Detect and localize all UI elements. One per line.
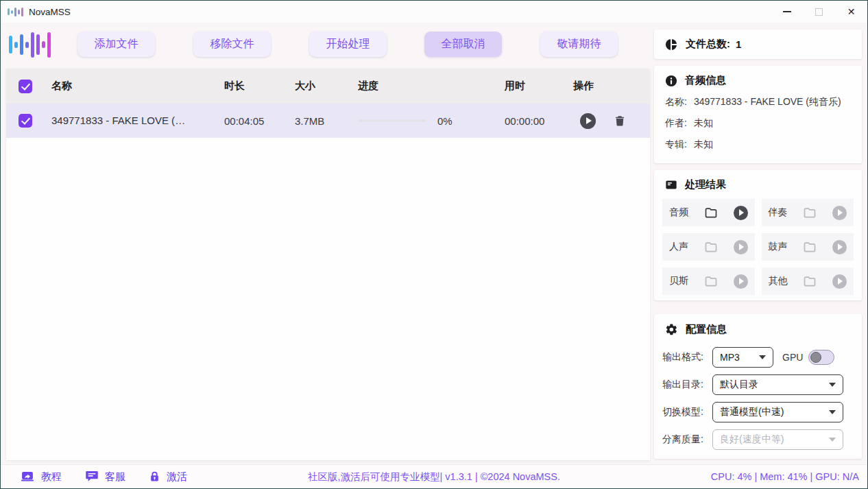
quality-select: 良好(速度中等) <box>712 429 843 450</box>
table-header-row: 名称 时长 大小 进度 用时 操作 <box>6 69 650 104</box>
quality-label: 分离质量: <box>662 433 712 446</box>
open-folder-icon[interactable] <box>703 206 719 219</box>
result-label: 人声 <box>669 241 688 253</box>
file-table: 名称 时长 大小 进度 用时 操作 349771833 - FAKE LOVE … <box>6 69 650 460</box>
progress-percent: 0% <box>437 115 453 127</box>
result-tile-audio: 音频 <box>662 199 755 226</box>
app-logo-small-icon <box>8 6 23 17</box>
chevron-down-icon <box>829 383 836 387</box>
delete-file-button[interactable] <box>614 114 626 128</box>
audio-info-title: 音频信息 <box>685 74 726 87</box>
activate-link[interactable]: 激活 <box>149 470 187 484</box>
start-processing-button[interactable]: 开始处理 <box>309 32 387 57</box>
result-label: 音频 <box>669 206 688 219</box>
file-count-label: 文件总数: <box>686 38 730 51</box>
file-count-value: 1 <box>736 38 741 50</box>
output-format-label: 输出格式: <box>662 351 712 363</box>
file-name: 349771833 - FAKE LOVE (纯音乐) <box>46 115 195 128</box>
minimize-icon <box>783 11 791 12</box>
toggle-knob <box>810 352 821 363</box>
file-count-card: 文件总数: 1 <box>654 29 862 59</box>
tutorial-icon <box>20 470 35 484</box>
file-size: 3.7MB <box>289 115 352 127</box>
file-duration: 00:04:05 <box>219 115 289 127</box>
chevron-down-icon <box>829 410 836 414</box>
statusbar: 社区版,激活后可使用专业模型| v1.3.1 | ©2024 NovaMSS. … <box>1 464 867 488</box>
result-tile-drums: 鼓声 <box>762 233 854 261</box>
app-title: NovaMSS <box>29 7 71 17</box>
result-label: 贝斯 <box>669 275 688 287</box>
open-folder-icon[interactable] <box>703 274 719 288</box>
play-result-icon[interactable] <box>734 240 748 254</box>
play-file-button[interactable] <box>580 113 596 129</box>
play-result-icon[interactable] <box>734 274 748 289</box>
model-select[interactable]: 普通模型(中速) <box>712 402 843 422</box>
audio-artist-value: 未知 <box>694 117 713 130</box>
results-card: 处理结果 音频 伴奏 人声 鼓声 <box>654 170 862 300</box>
open-folder-icon[interactable] <box>801 206 818 219</box>
titlebar: NovaMSS ✕ <box>1 1 867 23</box>
audio-artist-label: 作者: <box>665 117 687 130</box>
cancel-all-button[interactable]: 全部取消 <box>424 32 502 57</box>
table-row[interactable]: 349771833 - FAKE LOVE (纯音乐) 00:04:05 3.7… <box>6 104 650 138</box>
pie-chart-icon <box>665 38 677 51</box>
gpu-toggle[interactable] <box>808 350 834 365</box>
result-label: 鼓声 <box>769 241 788 253</box>
chevron-down-icon <box>829 438 836 442</box>
config-card: 配置信息 输出格式: MP3 GPU 输出目录: 默认目录 切换模型: <box>654 314 862 459</box>
audio-name-label: 名称: <box>665 96 687 108</box>
play-result-icon[interactable] <box>832 240 847 254</box>
gpu-label: GPU <box>782 352 803 363</box>
close-icon: ✕ <box>847 7 856 16</box>
support-link[interactable]: 客服 <box>85 470 125 484</box>
select-all-checkbox[interactable] <box>19 80 32 93</box>
model-value: 普通模型(中速) <box>720 406 784 418</box>
remove-files-button[interactable]: 移除文件 <box>193 32 271 57</box>
quality-value: 良好(速度中等) <box>720 433 784 446</box>
open-folder-icon[interactable] <box>801 274 818 288</box>
result-label: 伴奏 <box>769 206 788 219</box>
header-duration: 时长 <box>219 80 289 93</box>
play-result-icon[interactable] <box>734 206 748 220</box>
audio-info-card: 音频信息 名称:349771833 - FAKE LOVE (纯音乐) 作者:未… <box>654 66 862 163</box>
maximize-button[interactable] <box>803 1 835 23</box>
chat-icon <box>85 470 99 484</box>
waveform-logo-icon <box>9 29 51 60</box>
play-result-icon[interactable] <box>832 274 847 289</box>
minimize-button[interactable] <box>771 1 803 23</box>
result-label: 其他 <box>769 275 788 287</box>
result-tile-vocals: 人声 <box>662 233 755 261</box>
system-stats: CPU: 4% | Mem: 41% | GPU: N/A <box>711 471 867 482</box>
output-dir-label: 输出目录: <box>662 379 712 391</box>
info-icon <box>665 75 677 87</box>
results-title: 处理结果 <box>685 178 726 191</box>
output-dir-select[interactable]: 默认目录 <box>712 374 843 395</box>
audio-album-label: 专辑: <box>665 139 687 151</box>
close-button[interactable]: ✕ <box>835 1 867 23</box>
config-title: 配置信息 <box>686 323 727 336</box>
output-dir-value: 默认目录 <box>720 379 758 391</box>
model-label: 切换模型: <box>662 406 712 418</box>
header-elapsed: 用时 <box>499 80 568 93</box>
result-tile-accompaniment: 伴奏 <box>762 199 854 226</box>
lock-icon <box>149 470 160 484</box>
progress-bar <box>358 119 426 122</box>
app-window: NovaMSS ✕ 添加文件 移除文件 开始处理 全部取消 敬请期待 名称 时长… <box>0 0 868 489</box>
open-folder-icon[interactable] <box>703 240 719 254</box>
tutorial-link[interactable]: 教程 <box>20 470 62 484</box>
maximize-icon <box>815 8 823 16</box>
window-controls: ✕ <box>771 1 867 23</box>
header-size: 大小 <box>289 80 352 93</box>
output-format-select[interactable]: MP3 <box>712 347 773 368</box>
play-result-icon[interactable] <box>832 206 847 220</box>
output-format-value: MP3 <box>720 352 740 363</box>
row-checkbox[interactable] <box>19 114 32 128</box>
header-progress: 进度 <box>352 80 499 93</box>
coming-soon-button[interactable]: 敬请期待 <box>540 32 618 57</box>
result-tile-bass: 贝斯 <box>662 267 755 295</box>
add-files-button[interactable]: 添加文件 <box>77 32 155 57</box>
file-elapsed: 00:00:00 <box>499 115 568 127</box>
open-folder-icon[interactable] <box>801 240 818 254</box>
card-list-icon <box>665 179 677 191</box>
header-name: 名称 <box>46 80 219 93</box>
